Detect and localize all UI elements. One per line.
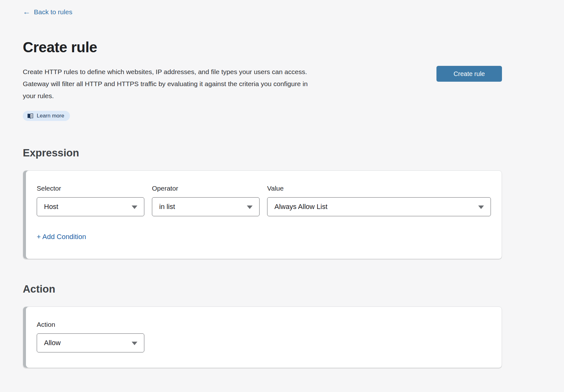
create-rule-page: ← Back to rules Create rule Create HTTP … xyxy=(0,0,564,368)
action-label: Action xyxy=(37,321,144,328)
action-dropdown-value: Allow xyxy=(44,339,61,347)
expression-section-heading: Expression xyxy=(23,147,502,159)
add-condition-link[interactable]: + Add Condition xyxy=(37,233,86,241)
back-arrow-icon: ← xyxy=(23,8,30,16)
value-dropdown-value: Always Allow List xyxy=(274,203,328,211)
value-field: Value Always Allow List xyxy=(267,185,491,216)
operator-dropdown[interactable]: in list xyxy=(152,197,260,216)
header-row: Create HTTP rules to define which websit… xyxy=(23,66,502,102)
operator-field: Operator in list xyxy=(152,185,260,216)
chevron-down-icon xyxy=(247,205,253,209)
page-description: Create HTTP rules to define which websit… xyxy=(23,66,308,102)
learn-more-badge[interactable]: Learn more xyxy=(23,111,70,121)
action-dropdown[interactable]: Allow xyxy=(37,333,144,352)
create-rule-button[interactable]: Create rule xyxy=(436,66,502,82)
action-section-heading: Action xyxy=(23,283,502,295)
value-dropdown[interactable]: Always Allow List xyxy=(267,197,491,216)
chevron-down-icon xyxy=(132,342,137,345)
selector-label: Selector xyxy=(37,185,144,192)
learn-more-label: Learn more xyxy=(37,113,64,119)
operator-dropdown-value: in list xyxy=(159,203,175,211)
selector-field: Selector Host xyxy=(37,185,144,216)
description-line: Gateway will filter all HTTP and HTTPS t… xyxy=(23,78,308,90)
selector-dropdown-value: Host xyxy=(44,203,58,211)
expression-card: Selector Host Operator in list Value xyxy=(23,170,502,259)
back-to-rules-link[interactable]: ← Back to rules xyxy=(23,8,72,16)
open-book-icon xyxy=(27,113,34,119)
chevron-down-icon xyxy=(478,205,484,209)
description-line: Create HTTP rules to define which websit… xyxy=(23,66,308,78)
page-title: Create rule xyxy=(23,39,502,56)
back-link-label: Back to rules xyxy=(34,8,72,16)
action-card: Action Allow xyxy=(23,307,502,368)
operator-label: Operator xyxy=(152,185,260,192)
chevron-down-icon xyxy=(132,205,137,209)
value-label: Value xyxy=(267,185,491,192)
action-field: Action Allow xyxy=(37,321,144,352)
selector-dropdown[interactable]: Host xyxy=(37,197,144,216)
description-line: your rules. xyxy=(23,90,308,102)
expression-condition-row: Selector Host Operator in list Value xyxy=(37,185,491,216)
